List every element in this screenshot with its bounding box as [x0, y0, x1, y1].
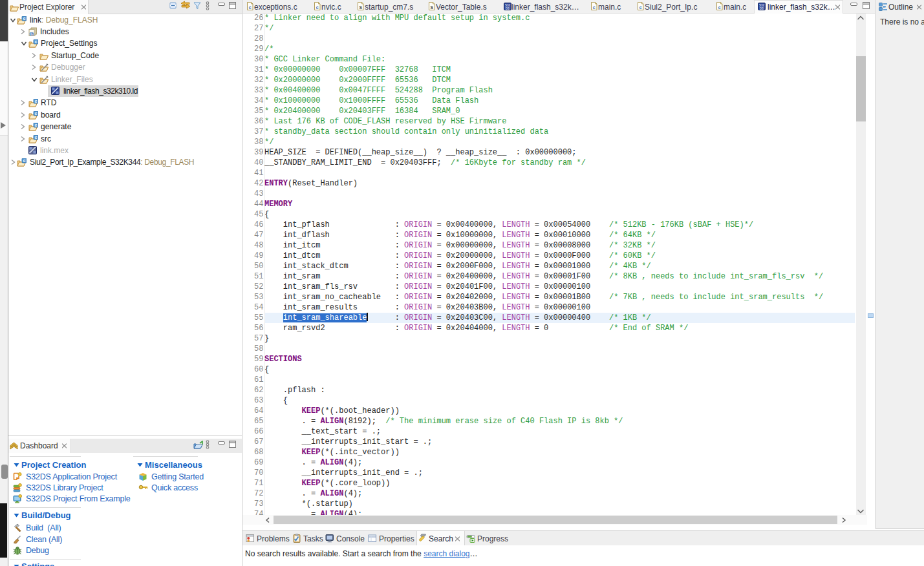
svg-text:c: c [593, 5, 596, 10]
svg-text:DS: DS [760, 7, 764, 10]
svg-text:S: S [360, 5, 363, 10]
svg-text:c: c [35, 111, 38, 116]
svg-text:c: c [249, 5, 252, 10]
svg-text:DS: DS [506, 7, 510, 10]
svg-text:c: c [23, 16, 26, 21]
svg-text:c: c [35, 99, 38, 103]
svg-text:c: c [35, 135, 38, 140]
svg-text:S: S [431, 5, 434, 10]
svg-text:c: c [35, 39, 38, 44]
svg-text:c: c [316, 5, 319, 10]
svg-text:h: h [30, 32, 33, 36]
svg-text:c: c [639, 5, 643, 10]
svg-text:c: c [35, 123, 38, 127]
svg-text:c: c [23, 158, 26, 163]
svg-text:c: c [718, 5, 722, 10]
